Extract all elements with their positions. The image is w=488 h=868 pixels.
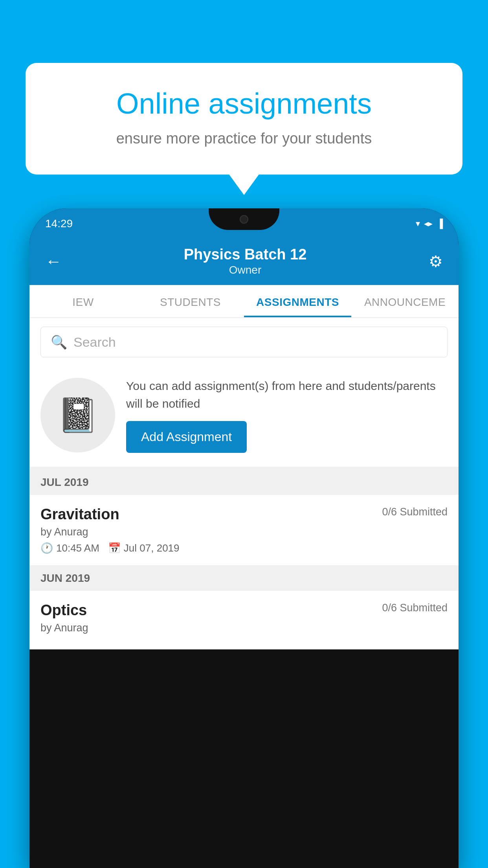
assignment-item-gravitation[interactable]: Gravitation 0/6 Submitted by Anurag 🕐 10…	[29, 495, 459, 566]
assignment-submitted: 0/6 Submitted	[382, 506, 448, 518]
assignment-item-optics[interactable]: Optics 0/6 Submitted by Anurag	[29, 591, 459, 649]
assignment-date: Jul 07, 2019	[124, 542, 180, 554]
tab-assignments-label: ASSIGNMENTS	[256, 296, 339, 308]
tab-announcements[interactable]: ANNOUNCEME	[351, 285, 459, 317]
assignment-name: Gravitation	[40, 506, 119, 523]
battery-icon: ▐	[437, 219, 443, 229]
status-bar: 14:29 ▾ ◂▸ ▐	[29, 208, 459, 239]
phone-frame: 14:29 ▾ ◂▸ ▐ ← Physics Batch 12 Owner ⚙ …	[29, 208, 459, 868]
calendar-icon: 📅	[108, 542, 121, 554]
promo-icon-circle: 📓	[40, 378, 115, 452]
phone-notch	[209, 208, 279, 230]
header-title-group: Physics Batch 12 Owner	[184, 246, 307, 276]
wifi-icon: ▾	[416, 219, 420, 229]
phone-camera	[240, 215, 248, 224]
tab-iew[interactable]: IEW	[29, 285, 137, 317]
section-header-jun-text: JUN 2019	[40, 572, 90, 584]
assignment-promo: 📓 You can add assignment(s) from here an…	[29, 366, 459, 470]
back-button[interactable]: ←	[45, 252, 62, 271]
assignment-name-optics: Optics	[40, 602, 87, 619]
search-bar[interactable]: 🔍 Search	[40, 327, 448, 357]
tab-students[interactable]: STUDENTS	[137, 285, 244, 317]
section-header-jun: JUN 2019	[29, 566, 459, 591]
tab-students-label: STUDENTS	[160, 296, 221, 308]
speech-bubble: Online assignments ensure more practice …	[26, 63, 462, 175]
section-header-jul: JUL 2019	[29, 470, 459, 495]
tab-iew-label: IEW	[72, 296, 94, 308]
search-bar-container: 🔍 Search	[29, 318, 459, 366]
batch-title: Physics Batch 12	[184, 246, 307, 263]
meta-date: 📅 Jul 07, 2019	[108, 542, 180, 554]
assignment-submitted-optics: 0/6 Submitted	[382, 602, 448, 614]
settings-icon[interactable]: ⚙	[429, 252, 443, 270]
add-assignment-button[interactable]: Add Assignment	[126, 421, 247, 453]
tab-assignments[interactable]: ASSIGNMENTS	[244, 285, 351, 317]
promo-description: You can add assignment(s) from here and …	[126, 377, 448, 412]
status-icons: ▾ ◂▸ ▐	[416, 219, 443, 229]
assignment-time: 10:45 AM	[56, 542, 99, 554]
tab-announcements-label: ANNOUNCEME	[364, 296, 446, 308]
speech-bubble-title: Online assignments	[53, 86, 435, 121]
meta-time: 🕐 10:45 AM	[40, 542, 99, 554]
tabs-container: IEW STUDENTS ASSIGNMENTS ANNOUNCEME	[29, 285, 459, 318]
assignment-author: by Anurag	[40, 526, 448, 538]
search-icon: 🔍	[51, 334, 67, 350]
batch-subtitle: Owner	[184, 264, 307, 276]
notebook-icon: 📓	[57, 395, 99, 435]
assignment-top-row: Gravitation 0/6 Submitted	[40, 506, 448, 523]
status-time: 14:29	[45, 217, 73, 230]
speech-bubble-container: Online assignments ensure more practice …	[26, 63, 462, 175]
section-header-jul-text: JUL 2019	[40, 476, 88, 488]
phone-content: 🔍 Search 📓 You can add assignment(s) fro…	[29, 318, 459, 649]
promo-text-area: You can add assignment(s) from here and …	[126, 377, 448, 453]
search-placeholder-text: Search	[73, 335, 116, 350]
signal-icon: ◂▸	[424, 219, 433, 229]
speech-bubble-subtitle: ensure more practice for your students	[53, 130, 435, 147]
app-header: ← Physics Batch 12 Owner ⚙	[29, 239, 459, 285]
assignment-top-row-optics: Optics 0/6 Submitted	[40, 602, 448, 619]
assignment-author-optics: by Anurag	[40, 622, 448, 634]
clock-icon: 🕐	[40, 542, 53, 554]
assignment-meta: 🕐 10:45 AM 📅 Jul 07, 2019	[40, 542, 448, 554]
